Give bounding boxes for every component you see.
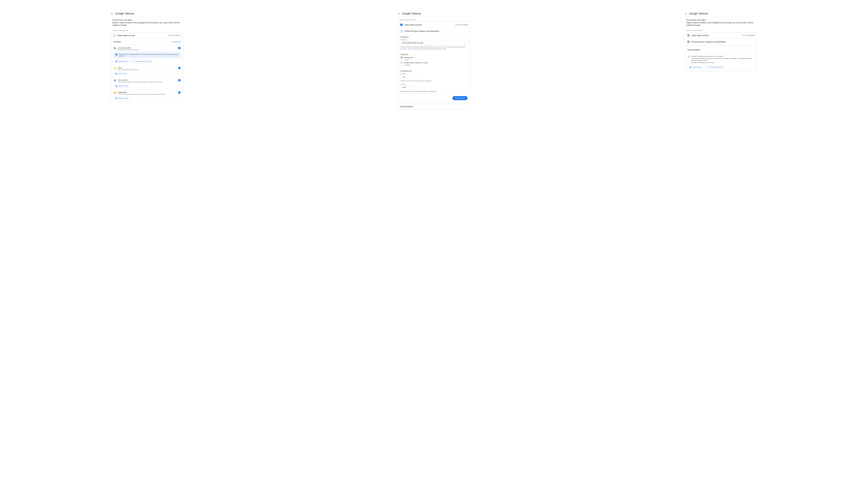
file-icon — [116, 85, 117, 87]
destination-title: Destination — [401, 36, 467, 38]
product-assignments: Assignments Your courses and assignments… — [111, 90, 183, 102]
radio-sub: 6 exports — [404, 64, 467, 66]
transfer-select[interactable]: Send download link via email — [401, 41, 467, 45]
info-banner: Due to the size of content found in the … — [114, 52, 181, 58]
product-checkbox[interactable] — [178, 47, 181, 49]
radio-unselected[interactable] — [401, 62, 403, 64]
list-icon — [133, 61, 135, 62]
step2-row[interactable]: 2 Choose file type, frequency and destin… — [398, 28, 470, 34]
file-icon — [116, 73, 117, 74]
radio-sub: 1 export — [404, 59, 467, 61]
panel-step2: Google Takeout CREATE A NEW EXPORT Selec… — [398, 11, 470, 109]
step-check-icon — [687, 40, 690, 43]
bell-icon — [114, 67, 116, 69]
page-title: Google Takeout — [115, 12, 134, 15]
product-name: Alerts — [118, 67, 177, 69]
step-check-icon — [400, 24, 403, 26]
back-arrow-icon[interactable] — [398, 12, 400, 15]
destination-section: Destination Transfer to: Send download l… — [398, 34, 470, 52]
filetype-value: .zip — [402, 76, 405, 78]
product-checkbox[interactable] — [178, 67, 181, 69]
frequency-section: Frequency: Export once 1 export Export e… — [398, 52, 470, 68]
step1-number: 1 — [113, 34, 116, 37]
type-help: Zip files can be opened on almost any co… — [401, 80, 467, 82]
filetype-select[interactable]: .zip — [401, 75, 417, 79]
step1-count: 51 of 51 selected — [168, 35, 181, 36]
intro-line2: Export a copy of content in your Google … — [112, 22, 182, 27]
intro-text: Your account, your data. Export a copy o… — [111, 18, 183, 29]
filesize-select[interactable]: 2 GB — [401, 85, 417, 89]
chip-multiple-formats[interactable]: Multiple formats — [114, 84, 130, 88]
frequency-option-recurring[interactable]: Export every 2 months for 1 year — [401, 62, 467, 64]
step1-title: Select data to include — [118, 35, 166, 36]
frequency-title: Frequency: — [401, 54, 467, 55]
page-title: Google Takeout — [689, 12, 708, 15]
product-checkbox[interactable] — [178, 92, 181, 94]
export-progress-card-collapsed[interactable]: Export progress — [398, 104, 470, 109]
type-label: File type: — [401, 73, 467, 74]
product-name: Arts & Culture — [118, 79, 177, 81]
size-help: Exports larger than this size will be sp… — [401, 90, 467, 92]
product-arts-culture: Arts & Culture Favourites and galleries … — [111, 77, 183, 90]
cancel-export-button[interactable]: Cancel export — [687, 65, 703, 69]
section-label: CREATE A NEW EXPORT — [398, 18, 470, 22]
plus-icon — [706, 66, 708, 68]
product-access-log: Access log activity Collection of accoun… — [111, 45, 183, 65]
progress-row: Google is creating a copy of data from 5… — [687, 55, 754, 64]
back-arrow-icon[interactable] — [685, 12, 687, 15]
chevron-down-icon — [413, 76, 415, 78]
progress-header: Export progress — [685, 46, 757, 53]
deselect-all-button[interactable]: Deselect all — [172, 41, 181, 43]
step1-row-done[interactable]: Select data to include 51 of 51 selected — [685, 32, 757, 39]
progress-header: Export progress — [400, 105, 468, 107]
product-checkbox[interactable] — [178, 79, 181, 81]
export-progress-card: Export progress Google is creating a cop… — [685, 46, 757, 71]
products-heading: Products — [114, 41, 121, 43]
cancel-icon — [689, 66, 691, 68]
learn-more-link[interactable]: Learn more — [407, 48, 414, 50]
chip-multiple-formats[interactable]: Multiple formats — [114, 97, 130, 100]
transfer-value: Send download link via email — [402, 42, 423, 44]
radio-label: Export every 2 months for 1 year — [404, 62, 428, 64]
filetype-section: File type & size File type: .zip Zip fil… — [398, 68, 470, 94]
footer-row: Create export — [398, 94, 470, 102]
step2-row-done[interactable]: Choose file type, frequency and destinat… — [685, 39, 757, 45]
intro-line2: Export a copy of content in your Google … — [686, 22, 756, 27]
intro-text: Your account, your data. Export a copy o… — [685, 18, 757, 29]
step2-number: 2 — [400, 30, 403, 32]
step2-title: Choose file type, frequency and destinat… — [405, 30, 468, 32]
chip-activity-logs[interactable]: All activity logs selected — [131, 60, 153, 63]
intro-line1: Your account, your data. — [686, 19, 756, 21]
header: Google Takeout — [685, 11, 757, 16]
file-icon — [116, 61, 117, 62]
create-export-button[interactable]: Create export — [453, 96, 467, 100]
panel-step1: Google Takeout Your account, your data. … — [111, 11, 183, 109]
chevron-down-icon — [464, 42, 466, 44]
clock-icon — [687, 56, 690, 58]
frequency-option-once[interactable]: Export once — [401, 56, 467, 59]
product-alerts: Alerts User Google Alerts subscriptions … — [111, 65, 183, 77]
step1-row[interactable]: 1 Select data to include 51 of 51 select… — [111, 32, 183, 39]
step2-title: Choose file type, frequency and destinat… — [691, 41, 755, 43]
create-another-export-button[interactable]: Create another export — [704, 65, 725, 69]
section-label: CREATE A NEW EXPORT — [685, 29, 757, 32]
progress-line2: This process can take a long time (possi… — [691, 58, 754, 61]
chip-json-format[interactable]: JSON format — [114, 72, 128, 75]
step1-row-done[interactable]: Select data to include 51 of 51 selected — [398, 22, 470, 28]
size-label: File size: — [401, 84, 467, 85]
back-arrow-icon[interactable] — [111, 12, 113, 15]
radio-label: Export once — [404, 57, 413, 58]
chip-multiple-formats[interactable]: Multiple formats — [114, 60, 130, 63]
info-text: Due to the size of content found in the … — [119, 54, 179, 57]
product-name: Assignments — [118, 92, 177, 93]
progress-line1: Google is creating a copy of data from 5… — [691, 55, 754, 57]
destination-help: When your files are ready, you'll get an… — [401, 46, 467, 50]
arts-culture-icon — [114, 79, 116, 82]
header: Google Takeout — [398, 11, 470, 16]
filesize-value: 2 GB — [402, 87, 406, 88]
radio-selected[interactable] — [401, 56, 403, 59]
filetype-title: File type & size — [401, 70, 467, 72]
chevron-down-icon — [413, 87, 415, 88]
product-name: Access log activity — [118, 47, 177, 49]
export-card: 1 Select data to include 51 of 51 select… — [111, 32, 183, 102]
